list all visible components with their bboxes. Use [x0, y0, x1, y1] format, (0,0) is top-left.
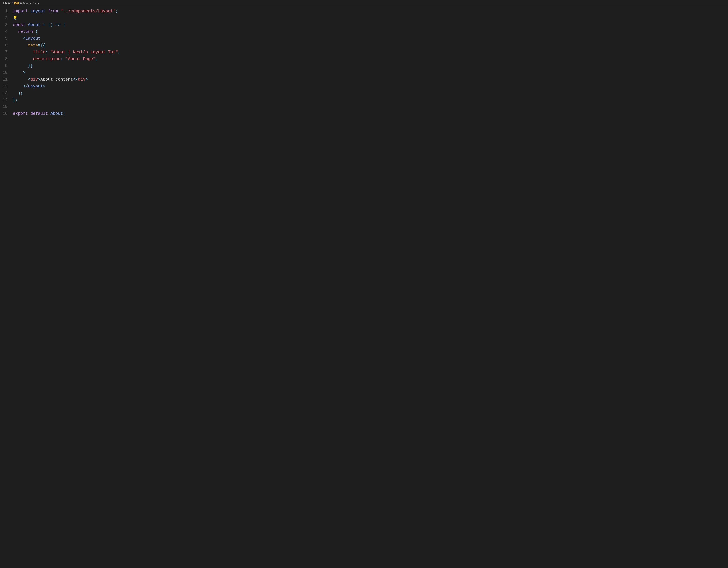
line-content: meta={{ [11, 42, 728, 49]
token-op: = [38, 43, 40, 48]
token-punct: > [23, 70, 25, 75]
breadcrumb-sep2: > [32, 2, 34, 4]
line-content: <Layout [11, 35, 728, 42]
line-content: import Layout from "../components/Layout… [11, 8, 728, 15]
line-number: 16 [0, 110, 11, 117]
code-line: 16export default About; [0, 110, 728, 117]
token-bulb: 💡 [13, 16, 18, 20]
token-prop: title [33, 50, 45, 55]
line-number: 8 [0, 56, 11, 62]
code-line: 3const About = () => { [0, 22, 728, 28]
token-punct: ; [115, 9, 118, 14]
code-line: 5 <Layout [0, 35, 728, 42]
token-punct: , [118, 50, 121, 55]
token-fn-name: Layout [25, 36, 40, 41]
line-content: descritpion: "About Page", [11, 56, 728, 62]
token-punct: ( [35, 29, 38, 34]
code-line: 1import Layout from "../components/Layou… [0, 8, 728, 15]
breadcrumb: pages > JS about.js > ... [0, 0, 728, 6]
token-plain [13, 57, 33, 61]
line-content: return ( [11, 28, 728, 35]
token-plain: About content [40, 77, 73, 82]
token-punct: ); [18, 91, 23, 96]
code-line: 6 meta={{ [0, 42, 728, 49]
line-content: </Layout> [11, 83, 728, 90]
js-badge: JS [14, 2, 19, 4]
line-number: 11 [0, 76, 11, 83]
code-editor[interactable]: 1import Layout from "../components/Layou… [0, 6, 728, 119]
line-number: 12 [0, 83, 11, 90]
token-punct: { [63, 23, 65, 27]
line-number: 5 [0, 35, 11, 42]
token-kw-default: default [30, 111, 50, 116]
line-number: 2 [0, 15, 11, 21]
token-kw-export: export [13, 111, 30, 116]
line-number: 9 [0, 63, 11, 69]
token-punct: < [23, 36, 25, 41]
line-number: 10 [0, 69, 11, 76]
token-op: = [43, 23, 48, 27]
token-kw-return: return [18, 29, 35, 34]
code-line: 13 ); [0, 90, 728, 97]
line-content: }; [11, 97, 728, 103]
code-line: 2💡 [0, 15, 728, 22]
code-line: 10 > [0, 69, 728, 76]
code-line: 11 <div>About content</div> [0, 76, 728, 83]
line-number: 1 [0, 8, 11, 15]
token-plain [13, 50, 33, 55]
line-number: 7 [0, 49, 11, 56]
line-content: 💡 [11, 15, 728, 21]
token-str: "About | NextJs Layout Tut" [50, 50, 118, 55]
line-number: 6 [0, 42, 11, 49]
token-fn-name: About [50, 111, 63, 116]
line-content: > [11, 69, 728, 76]
breadcrumb-filename[interactable]: about.js [19, 2, 31, 4]
token-punct: : [45, 50, 50, 55]
line-content: title: "About | NextJs Layout Tut", [11, 49, 728, 56]
line-content: ); [11, 90, 728, 96]
token-punct: > [38, 77, 40, 82]
token-punct: > [43, 84, 45, 89]
token-punct: : [60, 57, 65, 61]
code-line: 9 }} [0, 63, 728, 69]
line-number: 13 [0, 90, 11, 96]
code-line: 14}; [0, 97, 728, 104]
token-punct: () [48, 23, 56, 27]
token-kw-import: import [13, 9, 30, 14]
code-line: 15 [0, 104, 728, 110]
token-tag: div [78, 77, 86, 82]
line-content: const About = () => { [11, 22, 728, 28]
breadcrumb-sep1: > [12, 2, 13, 4]
token-plain [13, 36, 23, 41]
token-plain [13, 84, 23, 89]
line-number: 3 [0, 22, 11, 28]
token-punct: < [28, 77, 30, 82]
line-content: <div>About content</div> [11, 76, 728, 83]
token-plain [13, 91, 18, 96]
token-punct: , [96, 57, 98, 61]
code-line: 7 title: "About | NextJs Layout Tut", [0, 49, 728, 56]
token-plain [13, 43, 28, 48]
token-kw-from: from [48, 9, 60, 14]
token-plain [13, 70, 23, 75]
line-number: 4 [0, 28, 11, 35]
line-number: 14 [0, 97, 11, 103]
token-plain [13, 77, 28, 82]
token-attr: meta [28, 43, 38, 48]
token-punct: ; [63, 111, 65, 116]
token-tag: div [30, 77, 38, 82]
line-number: 15 [0, 104, 11, 110]
token-punct: > [86, 77, 88, 82]
code-line: 8 descritpion: "About Page", [0, 56, 728, 63]
line-content: export default About; [11, 110, 728, 117]
token-str: "About Page" [65, 57, 95, 61]
token-plain [13, 64, 28, 68]
token-kw-const: const [13, 23, 28, 27]
token-prop: descritpion [33, 57, 60, 61]
breadcrumb-folder[interactable]: pages [3, 2, 10, 4]
token-fn-name: Layout [28, 84, 43, 89]
token-punct: }; [13, 98, 18, 102]
token-str: "../components/Layout" [60, 9, 115, 14]
code-line: 4 return ( [0, 28, 728, 35]
line-content: }} [11, 63, 728, 69]
